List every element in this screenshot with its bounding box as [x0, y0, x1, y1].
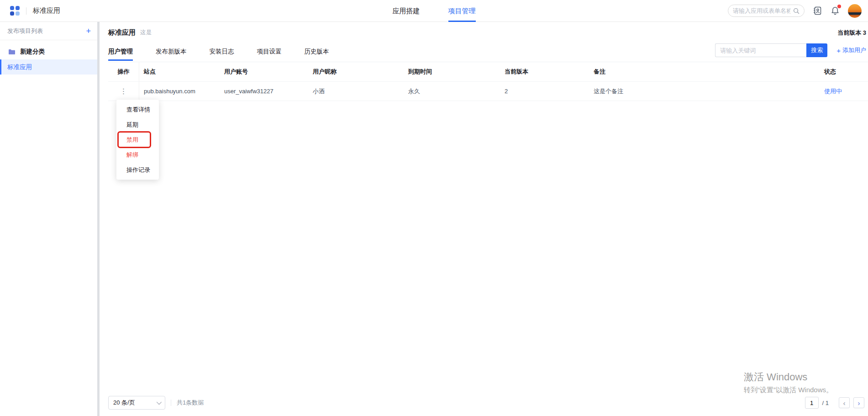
chevron-right-icon: › — [858, 400, 860, 406]
prev-page-button[interactable]: ‹ — [839, 397, 850, 408]
column-header-site: 站点 — [139, 68, 220, 76]
windows-watermark: 激活 Windows 转到“设置”以激活 Windows。 — [744, 370, 833, 395]
user-avatar[interactable] — [848, 4, 862, 18]
column-header-expire: 到期时间 — [404, 68, 500, 76]
cell-account: user_vaiwfw31227 — [220, 88, 308, 95]
sidebar-title: 发布项目列表 — [7, 27, 43, 35]
tab-user-management[interactable]: 用户管理 — [108, 43, 133, 61]
cell-site: pub.baishuyun.com — [139, 88, 220, 95]
current-version-label: 当前版本 3 — [837, 29, 866, 37]
menu-item-extend[interactable]: 延期 — [116, 117, 159, 132]
cell-version: 2 — [500, 88, 589, 95]
menu-item-operation-log[interactable]: 操作记录 — [116, 162, 159, 177]
nav-tab-app-build[interactable]: 应用搭建 — [393, 0, 420, 22]
sidebar: 发布项目列表 + 新建分类 标准应用 — [0, 22, 97, 416]
table-row: ⋮ pub.baishuyun.com user_vaiwfw31227 小酒 … — [108, 82, 868, 101]
page-subtitle: 这是 — [140, 29, 152, 37]
sidebar-item-project[interactable]: 标准应用 — [0, 59, 97, 75]
sidebar-item-label: 标准应用 — [7, 63, 32, 71]
page-number-input[interactable] — [805, 397, 819, 409]
add-user-label: 添加用户 — [842, 46, 866, 54]
pager: / 1 ‹ › — [805, 397, 864, 409]
more-icon[interactable]: ⋮ — [120, 88, 127, 95]
table-footer: 20 条/页 共1条数据 / 1 ‹ › — [108, 395, 864, 410]
top-nav: 应用搭建 项目管理 — [393, 0, 476, 22]
global-search-input[interactable] — [733, 7, 790, 14]
status-link[interactable]: 使用中 — [824, 88, 842, 95]
column-header-account: 用户账号 — [220, 68, 308, 76]
app-title: 标准应用 — [33, 6, 60, 15]
tab-history-versions[interactable]: 历史版本 — [305, 43, 329, 61]
chevron-down-icon — [157, 400, 162, 405]
notifications-icon[interactable] — [831, 6, 840, 16]
cell-nickname: 小酒 — [308, 87, 404, 96]
total-count: 共1条数据 — [177, 399, 204, 407]
app-logo-icon — [10, 6, 20, 16]
search-icon — [793, 8, 800, 14]
tab-install-log[interactable]: 安装日志 — [210, 43, 234, 61]
context-menu: 查看详情 延期 禁用 解绑 操作记录 — [116, 100, 159, 180]
row-actions-cell: ⋮ — [108, 82, 139, 101]
contacts-icon[interactable] — [813, 6, 822, 16]
top-header: 标准应用 应用搭建 项目管理 — [0, 0, 868, 22]
column-header-version: 当前版本 — [500, 68, 589, 76]
watermark-line1: 激活 Windows — [744, 370, 833, 384]
notification-badge — [837, 5, 841, 8]
chevron-left-icon: ‹ — [843, 400, 846, 406]
nav-tab-project-manage[interactable]: 项目管理 — [448, 0, 476, 22]
sidebar-category-label: 新建分类 — [20, 48, 45, 56]
tab-project-settings[interactable]: 项目设置 — [257, 43, 282, 61]
cell-expire: 永久 — [404, 87, 500, 96]
column-header-nickname: 用户昵称 — [308, 68, 404, 76]
page-size-select[interactable]: 20 条/页 — [108, 396, 165, 410]
tab-publish-version[interactable]: 发布新版本 — [156, 43, 187, 61]
page-total: / 1 — [822, 400, 829, 406]
menu-item-view-details[interactable]: 查看详情 — [116, 102, 159, 117]
content-tabbar: 用户管理 发布新版本 安装日志 项目设置 历史版本 搜索 + 添加用户 — [108, 43, 868, 62]
global-search — [728, 5, 805, 17]
menu-item-disable-label: 禁用 — [126, 136, 138, 144]
menu-item-disable[interactable]: 禁用 — [116, 132, 159, 147]
page-title: 标准应用 — [108, 28, 136, 37]
keyword-input[interactable] — [715, 43, 806, 57]
sidebar-category[interactable]: 新建分类 — [0, 44, 97, 59]
search-button[interactable]: 搜索 — [806, 43, 827, 57]
add-project-button[interactable]: + — [86, 27, 91, 35]
sidebar-header: 发布项目列表 + — [0, 22, 97, 40]
header-actions — [728, 4, 862, 18]
next-page-button[interactable]: › — [853, 397, 864, 408]
column-header-actions: 操作 — [108, 62, 139, 81]
page-size-label: 20 条/页 — [113, 399, 135, 407]
plus-icon: + — [836, 47, 841, 54]
page-header: 标准应用 这是 当前版本 3 — [100, 22, 868, 43]
cell-remark: 这是个备注 — [589, 87, 820, 96]
folder-icon — [8, 49, 16, 55]
app-shell: 发布项目列表 + 新建分类 标准应用 标准应用 这是 当前版本 3 用户管理 发… — [0, 22, 868, 416]
footer-divider — [171, 400, 171, 406]
column-header-status: 状态 — [820, 68, 868, 76]
tab-tools: 搜索 + 添加用户 — [715, 43, 868, 57]
table-header-row: 操作 站点 用户账号 用户昵称 到期时间 当前版本 备注 状态 — [108, 62, 868, 82]
add-user-button[interactable]: + 添加用户 — [836, 46, 866, 54]
column-header-remark: 备注 — [589, 68, 820, 76]
user-table: 操作 站点 用户账号 用户昵称 到期时间 当前版本 备注 状态 ⋮ pub.ba… — [108, 62, 868, 101]
header-divider — [26, 7, 26, 15]
main-content: 标准应用 这是 当前版本 3 用户管理 发布新版本 安装日志 项目设置 历史版本… — [100, 22, 868, 416]
watermark-line2: 转到“设置”以激活 Windows。 — [744, 386, 833, 395]
menu-item-unbind[interactable]: 解绑 — [116, 147, 159, 162]
